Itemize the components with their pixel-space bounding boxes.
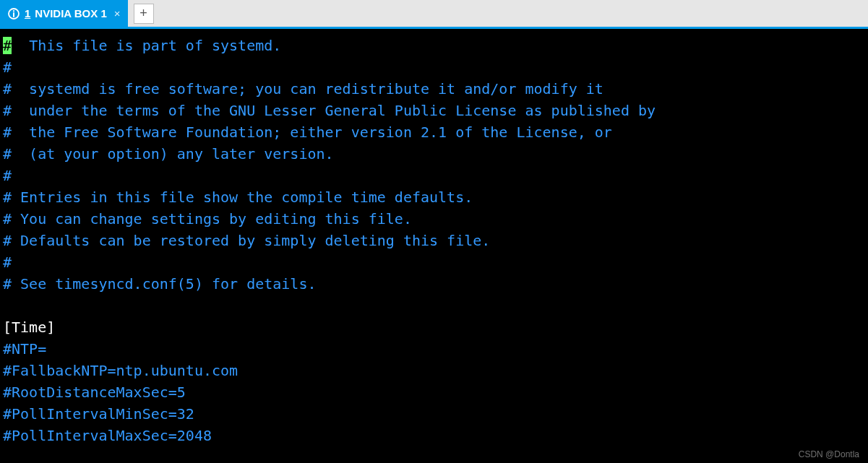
new-tab-button[interactable]: + <box>134 4 154 24</box>
terminal-line: # Defaults can be restored by simply del… <box>3 230 865 251</box>
terminal-line: # You can change settings by editing thi… <box>3 208 865 230</box>
terminal-line: # <box>3 165 865 186</box>
config-line: #PollIntervalMinSec=32 <box>3 403 865 425</box>
terminal-content[interactable]: # This file is part of systemd. # # syst… <box>0 29 868 463</box>
terminal-line: # <box>3 56 865 78</box>
terminal-line: # (at your option) any later version. <box>3 143 865 165</box>
terminal-line: # under the terms of the GNU Lesser Gene… <box>3 100 865 121</box>
terminal-line: # systemd is free software; you can redi… <box>3 78 865 100</box>
info-icon <box>7 7 20 20</box>
config-line: #PollIntervalMaxSec=2048 <box>3 425 865 446</box>
tab-label: NVIDIA BOX 1 <box>35 7 106 20</box>
terminal-line: # This file is part of systemd. <box>3 35 865 56</box>
terminal-line: # Entries in this file show the compile … <box>3 186 865 208</box>
line-text: This file is part of systemd. <box>12 37 281 54</box>
terminal-blank-line <box>3 295 865 316</box>
config-line: #RootDistanceMaxSec=5 <box>3 381 865 403</box>
tab-bar: 1 NVIDIA BOX 1 × + <box>0 0 868 29</box>
terminal-line: # <box>3 251 865 273</box>
tab-number: 1 <box>25 7 30 20</box>
watermark-text: CSDN @Dontla <box>799 449 859 459</box>
section-header: [Time] <box>3 316 865 338</box>
terminal-line: # See timesyncd.conf(5) for details. <box>3 273 865 295</box>
terminal-tab-active[interactable]: 1 NVIDIA BOX 1 × <box>0 0 128 28</box>
terminal-line: # the Free Software Foundation; either v… <box>3 121 865 143</box>
cursor: # <box>3 37 12 54</box>
config-line: #NTP= <box>3 338 865 360</box>
config-line: #FallbackNTP=ntp.ubuntu.com <box>3 360 865 381</box>
tab-close-button[interactable]: × <box>114 7 121 20</box>
